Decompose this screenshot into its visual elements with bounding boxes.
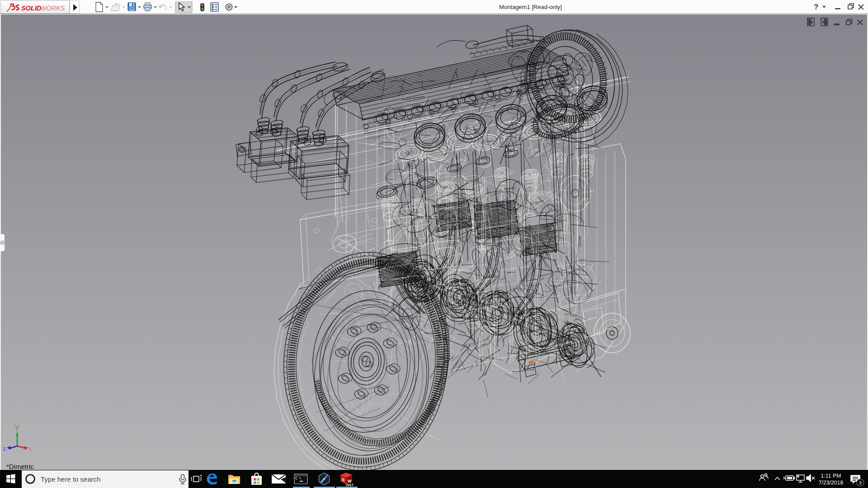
svg-text:S: S (342, 478, 344, 482)
svg-text:1:11 PM: 1:11 PM (821, 473, 841, 479)
svg-text:7/23/2018: 7/23/2018 (819, 479, 844, 486)
svg-text:Z: Z (3, 447, 6, 452)
svg-text:2017: 2017 (346, 483, 354, 487)
svg-text:3: 3 (859, 480, 862, 486)
svg-text:X: X (29, 448, 32, 453)
